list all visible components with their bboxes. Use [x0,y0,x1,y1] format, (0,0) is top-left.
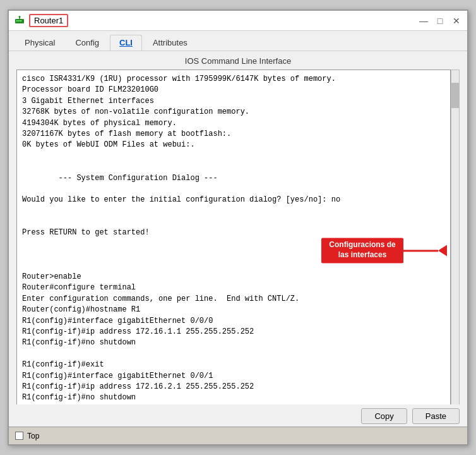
tab-cli[interactable]: CLI [110,35,142,51]
close-button[interactable]: ✕ [451,15,462,27]
title-bar-controls: — □ ✕ [418,15,462,27]
arrow-head [438,245,447,256]
section-title: IOS Command Line Interface [16,56,460,66]
title-bar-left: Router1 [14,14,68,27]
copy-button[interactable]: Copy [361,408,407,424]
scrollbar-thumb[interactable] [451,83,459,108]
bottom-bar: Top [9,427,467,444]
router-icon [14,15,25,27]
arrow-shaft [403,250,438,252]
cli-container: cisco ISR4331/K9 (1RU) processor with 17… [16,70,460,404]
content-area: IOS Command Line Interface cisco ISR4331… [9,51,467,404]
scrollbar[interactable] [451,70,460,404]
annotation-label: Configuracions de las interfaces [321,238,403,263]
annotation-arrow: Configuracions de las interfaces [321,238,447,263]
main-window: Router1 — □ ✕ Physical Config CLI Attrib… [8,9,468,446]
svg-rect-3 [20,20,21,21]
button-bar: Copy Paste [9,404,467,427]
cli-output[interactable]: cisco ISR4331/K9 (1RU) processor with 17… [16,70,451,404]
arrow-graphic [403,245,447,256]
svg-point-5 [19,16,21,18]
svg-rect-1 [16,20,18,21]
maximize-button[interactable]: □ [434,15,446,27]
tab-bar: Physical Config CLI Attributes [9,31,467,51]
tab-config[interactable]: Config [66,35,109,51]
top-checkbox[interactable] [15,432,23,440]
tab-physical[interactable]: Physical [15,35,64,51]
title-bar: Router1 — □ ✕ [9,11,467,31]
svg-rect-2 [18,20,20,21]
top-label: Top [27,432,39,440]
window-title: Router1 [29,14,68,27]
minimize-button[interactable]: — [418,15,429,27]
paste-button[interactable]: Paste [412,408,460,424]
tab-attributes[interactable]: Attributes [143,35,197,51]
